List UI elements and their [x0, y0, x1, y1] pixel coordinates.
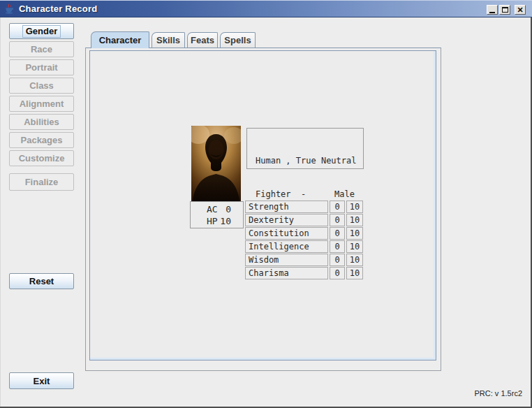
ability-mod-charisma: 0 [330, 267, 345, 279]
tab-feats[interactable]: Feats [187, 32, 218, 48]
ability-name-strength: Strength [245, 201, 328, 213]
hp-value: 10 [220, 215, 231, 227]
ability-name-intelligence: Intelligence [245, 240, 328, 253]
ability-name-charisma: Charisma [245, 267, 328, 279]
gender-button-label: Gender [22, 25, 61, 38]
tab-spells[interactable]: Spells [220, 32, 256, 48]
maximize-button[interactable] [499, 5, 510, 15]
ac-hp-box: AC 0 HP 10 [190, 201, 244, 228]
ability-mod-intelligence: 0 [330, 240, 345, 253]
gender-button[interactable]: Gender [9, 23, 74, 39]
class-text: Fighter - [256, 189, 306, 199]
ability-score-strength: 10 [346, 201, 363, 213]
ability-score-intelligence: 10 [346, 240, 363, 253]
minimize-icon [489, 12, 495, 13]
customize-button[interactable]: Customize [9, 150, 74, 166]
race-button[interactable]: Race [9, 41, 74, 57]
reset-button[interactable]: Reset [9, 273, 74, 289]
ability-score-wisdom: 10 [346, 254, 363, 266]
maximize-icon [502, 7, 508, 13]
class-button[interactable]: Class [9, 78, 74, 94]
character-summary-box: Human , True Neutral Fighter - Male [246, 128, 364, 169]
ac-value: 0 [226, 203, 231, 215]
ability-name-wisdom: Wisdom [245, 254, 328, 266]
ability-mod-constitution: 0 [330, 227, 345, 240]
hp-label: HP [207, 215, 218, 227]
gender-text: Male [334, 189, 355, 199]
ability-mod-wisdom: 0 [330, 254, 345, 266]
exit-button[interactable]: Exit [9, 372, 74, 389]
packages-button[interactable]: Packages [9, 132, 74, 148]
ability-mod-dexterity: 0 [330, 214, 345, 226]
minimize-button[interactable] [487, 5, 498, 15]
tab-character[interactable]: Character [91, 31, 149, 48]
java-cup-icon [3, 3, 15, 15]
ability-mod-strength: 0 [330, 201, 345, 213]
ability-score-charisma: 10 [346, 267, 363, 279]
prc-version-label: PRC: v 1.5rc2 [475, 389, 522, 398]
alignment-button[interactable]: Alignment [9, 96, 74, 112]
ability-name-dexterity: Dexterity [245, 214, 328, 226]
title-bar[interactable]: Character Record ✕ [0, 0, 532, 17]
portrait-button[interactable]: Portrait [9, 59, 74, 75]
close-icon: ✕ [517, 6, 523, 14]
tab-skills[interactable]: Skills [152, 32, 185, 48]
abilities-button[interactable]: Abilities [9, 114, 74, 130]
finalize-button[interactable]: Finalize [9, 173, 74, 191]
ability-name-constitution: Constitution [245, 227, 328, 240]
ability-score-dexterity: 10 [346, 214, 363, 226]
application-window: Character Record ✕ Gender Race Portrait … [0, 0, 532, 408]
close-button[interactable]: ✕ [515, 5, 526, 15]
character-portrait [191, 126, 241, 201]
window-title: Character Record [19, 1, 97, 17]
ability-score-constitution: 10 [346, 227, 363, 240]
race-alignment-text: Human , True Neutral [256, 156, 355, 166]
ac-label: AC [207, 203, 218, 215]
